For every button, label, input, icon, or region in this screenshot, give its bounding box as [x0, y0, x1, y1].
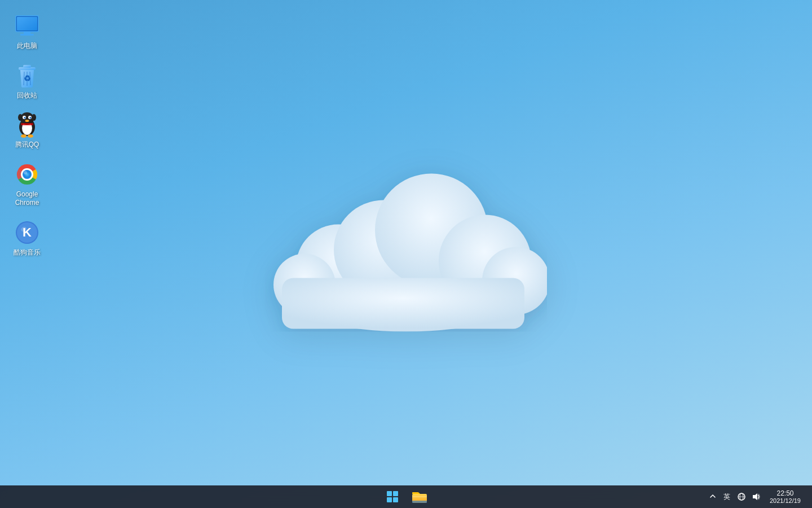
tray-chevron-button[interactable]	[708, 491, 718, 503]
svg-rect-13	[23, 65, 31, 68]
svg-point-28	[21, 134, 27, 138]
desktop-icon-chrome[interactable]: Google Chrome	[5, 157, 50, 211]
clock-date: 2021/12/19	[770, 497, 801, 504]
svg-rect-40	[412, 501, 427, 503]
desktop-icon-chrome-label: Google Chrome	[7, 190, 47, 208]
win-logo-cell-1	[387, 491, 392, 496]
svg-rect-7	[282, 278, 524, 329]
svg-rect-39	[412, 496, 427, 497]
wallpaper-cloud	[265, 134, 547, 332]
system-tray: 英 22:50 2021/12/19	[708, 485, 812, 508]
start-button[interactable]	[380, 487, 405, 507]
language-label: 英	[723, 493, 730, 501]
clock-button[interactable]: 22:50 2021/12/19	[765, 485, 805, 508]
network-icon	[737, 492, 746, 501]
taskbar-center	[380, 487, 432, 507]
svg-point-24	[30, 117, 32, 119]
desktop-icon-this-pc-label: 此电脑	[17, 42, 37, 51]
svg-line-17	[30, 72, 30, 85]
speaker-icon	[752, 492, 761, 501]
recycle-bin-icon: ♻	[14, 62, 41, 89]
svg-point-29	[28, 134, 33, 138]
svg-point-26	[18, 114, 23, 121]
taskbar: 英 22:50 2021/12/19	[0, 485, 812, 508]
desktop-icon-qq-label: 腾讯QQ	[15, 141, 39, 150]
folder-icon	[412, 491, 427, 503]
svg-point-33	[24, 171, 27, 174]
desktop-icon-recycle-bin[interactable]: ♻ 回收站	[5, 59, 50, 104]
windows-logo-icon	[387, 491, 398, 502]
svg-line-15	[24, 72, 24, 85]
svg-point-25	[25, 120, 29, 122]
svg-rect-30	[21, 123, 33, 125]
desktop-icon-kuwo-label: 酷狗音乐	[14, 248, 41, 257]
svg-rect-10	[24, 32, 30, 34]
file-explorer-button[interactable]	[407, 487, 432, 507]
kuwo-icon: K	[14, 219, 41, 246]
win-logo-cell-2	[393, 491, 398, 496]
clock-time: 22:50	[776, 489, 793, 497]
svg-point-23	[24, 117, 26, 119]
desktop-icon-this-pc[interactable]: 此电脑	[5, 9, 50, 54]
svg-point-27	[32, 114, 36, 121]
win-logo-cell-4	[393, 497, 398, 502]
svg-marker-44	[753, 493, 757, 500]
desktop: 此电脑 ♻	[0, 0, 812, 485]
desktop-icon-qq[interactable]: 腾讯QQ	[5, 108, 50, 153]
speaker-icon-button[interactable]	[751, 491, 762, 502]
svg-point-32	[23, 170, 32, 179]
desktop-icon-kuwo[interactable]: K 酷狗音乐	[5, 216, 50, 261]
win-logo-cell-3	[387, 497, 392, 502]
svg-rect-9	[17, 17, 37, 30]
desktop-icons-container: 此电脑 ♻	[0, 0, 54, 270]
desktop-icon-recycle-bin-label: 回收站	[17, 91, 37, 100]
network-icon-button[interactable]	[736, 491, 747, 502]
chevron-up-icon	[710, 493, 716, 499]
chrome-icon	[14, 161, 41, 188]
language-indicator[interactable]: 英	[721, 491, 732, 503]
svg-rect-11	[20, 34, 34, 36]
qq-icon	[14, 111, 41, 138]
this-pc-icon	[14, 12, 41, 40]
